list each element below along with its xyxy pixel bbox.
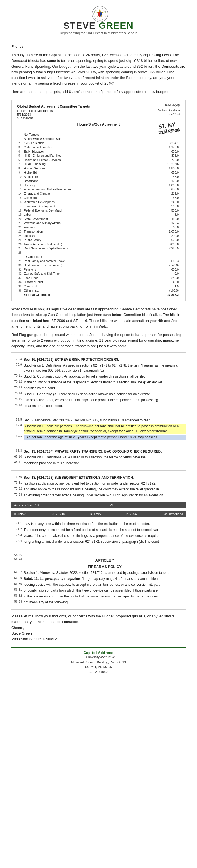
article7-num1: 56.25	[11, 553, 186, 557]
budget-row: 26 Taxes, Aids and Credits (Net) 3,000.0	[17, 242, 180, 246]
budget-row: 23 Transportation 1,075.0	[17, 229, 180, 234]
article7-subheading: 56.29 Subd. 13. Large-capacity magazine.…	[11, 576, 186, 581]
leg-row-pre2: 57.5 Sec. 2. Minnesota Statutes 2022, se…	[11, 418, 186, 423]
seal-icon	[91, 6, 106, 20]
article7-title: 56.26 ARTICLE 7	[11, 558, 186, 563]
budget-row: 13 Environment and Natural Resources 670…	[17, 187, 180, 191]
budget-row: Net Targets	[17, 132, 180, 137]
article7-intro: 56.27 Section 1. Minnesota Statutes 2022…	[11, 570, 186, 575]
budget-row: 24 Judiciary 210.0	[17, 234, 180, 238]
intro-paragraph2: Here are the spending targets, add 6 zer…	[11, 89, 186, 95]
leg-row: 74.4for granting an initial order under …	[11, 539, 186, 544]
budget-row: 25 Public Safety 600.0	[17, 238, 180, 242]
leg-row: 70.13priorities by the court.	[11, 386, 186, 391]
budget-units: $ in millions	[17, 116, 90, 120]
leg-row: 70.9Subdivision 1. Definitions. As used …	[11, 363, 186, 373]
header-name: STEVE GREEN	[11, 21, 186, 31]
closing-section: Please let me know your thoughts, or con…	[11, 614, 186, 642]
budget-row: 34 Disaster Relief 40.0	[17, 280, 180, 284]
budget-row: 14 Energy and Climate 215.0	[17, 191, 180, 195]
leg-section-1: 70.8 Sec. 16. [624.7171] EXTREME RISK PR…	[11, 357, 186, 408]
budget-row: 32 Earned Safe and Sick Time 0.0	[17, 271, 180, 276]
leg-row: 74.1may take any time within the three m…	[11, 521, 186, 526]
leg-row-title3: 65.8 Sec. 13. [624.7134] PRIVATE PARTY T…	[11, 449, 186, 454]
budget-row: 17 Economic Development 500.0	[17, 204, 180, 208]
budget-row: 31 Pensions 600.0	[17, 267, 180, 271]
budget-row: 5 HHS - Children and Families 875.0	[17, 153, 180, 158]
budget-row: 20 State Government 450.0	[17, 217, 180, 221]
budget-row: 15 Commerce 55.0	[17, 195, 180, 200]
leg-section-3: 65.8 Sec. 13. [624.7134] PRIVATE PARTY T…	[11, 449, 186, 466]
budget-row: 11 Broadband 100.0	[17, 179, 180, 183]
budget-row: 27 Debt Service and Capital Projects 2,2…	[17, 246, 180, 250]
budget-date: 5/31/2023	[17, 113, 90, 116]
revision-bar: 03/09/23 REVISOR KLL/NS 23-03376 as intr…	[11, 511, 186, 517]
budget-row: 8 Human Services 1,800.0	[17, 166, 180, 170]
budget-title: Global Budget Agreement Committee Target…	[17, 104, 90, 108]
budget-signature: Kee Agey Melissa Hodson 3/28/23	[158, 103, 180, 116]
budget-row: 33 Lead Lines 240.0	[17, 276, 180, 280]
budget-row: 2 K-12 Education 3,214.1	[17, 141, 180, 145]
budget-row: 35 Claims Bill 1.5	[17, 284, 180, 288]
leg-row: 57m(1) a person under the age of 18 21 y…	[11, 435, 186, 440]
leg-row: 70.12in the county of residence of the r…	[11, 380, 186, 385]
leg-row: 74.3years, if the court makes the same f…	[11, 533, 186, 538]
budget-row: 4 Early Education 600.0	[17, 149, 180, 153]
intro-section: Friends, It's busy up here at the Capito…	[11, 44, 186, 95]
leg-row: 73.31(a) Upon application by any party e…	[11, 481, 186, 486]
leg-row: 56.33not mean any of the following:	[11, 600, 186, 605]
leg-row-title1: 70.8 Sec. 16. [624.7171] EXTREME RISK PR…	[11, 357, 186, 362]
budget-row: 28	[17, 250, 180, 254]
budget-row: 18 Federal Economic Dev Match 500.0	[17, 208, 180, 212]
budget-row: 36 Total GF Impact 17,868.2	[17, 292, 180, 297]
article7-subtitle: FIREARMS POLICY	[11, 564, 186, 570]
leg-row: 74.2The order may be extended for a fixe…	[11, 527, 186, 532]
leg-row: 56.32in the possession or under the cont…	[11, 594, 186, 599]
budget-row: 16 Workforce Development 245.0	[17, 200, 180, 204]
footer-title: Capitol Address	[11, 651, 186, 655]
middle-text: What's worse is now, as legislative dead…	[11, 307, 186, 349]
leg-section-5: 74.1may take any time within the three m…	[11, 521, 186, 544]
budget-row: 10 Agriculture 48.0	[17, 175, 180, 179]
leg-row: 70.15risk protection order, which order …	[11, 398, 186, 403]
leg-row-title4: 73.30 Sec. 18. [624.7173] SUBSEQUENT EXT…	[11, 475, 186, 480]
budget-row: 22 Elections 10.0	[17, 225, 180, 229]
footer-address: 95 University Avenue W. Minnesota Senate…	[11, 655, 186, 675]
budget-row: 28 Other Items	[17, 254, 180, 259]
budget-row: 6 Health and Human Services 793.0	[17, 158, 180, 162]
budget-row: 3 Children and Families 1,175.0	[17, 145, 180, 149]
budget-table: FY 2023-25 Net Targets 1 Arson, Willow, …	[17, 127, 180, 297]
budget-row: 7 HCAF Financing 1,621.96	[17, 162, 180, 166]
budget-row: 9 Higher Ed 650.0	[17, 170, 180, 175]
leg-row: 70.16firearms for a fixed period.	[11, 403, 186, 408]
header-subtitle: Representing the 2nd District in Minneso…	[11, 31, 186, 35]
leg-section-4: 73.30 Sec. 18. [624.7173] SUBSEQUENT EXT…	[11, 475, 186, 498]
leg-row: 73.33an existing order granted after a h…	[11, 493, 186, 498]
greeting: Friends,	[11, 44, 186, 50]
leg-row: 65.11meanings provided in this subdivisi…	[11, 461, 186, 466]
leg-row: 56.30feeding device with the capacity to…	[11, 582, 186, 587]
leg-row: 56.31or combination of parts from which …	[11, 588, 186, 593]
budget-box: Global Budget Agreement Committee Target…	[11, 100, 186, 302]
article-bar: Article 7 Sec. 18. 73	[11, 502, 186, 508]
budget-row: 36 Other misc. (100.0)	[17, 288, 180, 292]
budget-row: 29 Paid Family and Medical Leave 668.3	[17, 259, 180, 263]
middle-para2: Red Flag gun grabs being issued with no …	[11, 332, 186, 349]
budget-subtitle: General Fund Net Targets	[17, 109, 90, 112]
page-header: STEVE GREEN Representing the 2nd Distric…	[11, 6, 186, 35]
leg-row: 70.14Subd. 3. Generally. (a) There shall…	[11, 392, 186, 397]
stamp-area: 57. NY 21MAR 23	[159, 122, 180, 134]
budget-row: 19 Labor 8.0	[17, 212, 180, 217]
leg-row: 73.32and after notice to the respondent …	[11, 487, 186, 492]
budget-row: 12 Housing 1,000.0	[17, 183, 180, 187]
leg-row: 70.11Subd. 2. Court jurisdiction. An app…	[11, 374, 186, 379]
middle-para1: What's worse is now, as legislative dead…	[11, 307, 186, 329]
article7-section: 56.25 56.26 ARTICLE 7 FIREARMS POLICY 56…	[11, 553, 186, 605]
budget-row: 30 Stadium (inc. reserve impact) (140.6)	[17, 263, 180, 267]
budget-row: 1 Arson, Willow, Omnibus Bills	[17, 136, 180, 141]
leg-row: 57.6Subdivision 1. Ineligible persons. T…	[11, 424, 186, 434]
leg-section-2: 57.5 Sec. 2. Minnesota Statutes 2022, se…	[11, 418, 186, 440]
footer: Capitol Address 95 University Avenue W. …	[11, 648, 186, 675]
budget-section-title: House/Sm/Gov Agreement	[17, 122, 180, 126]
budget-row: 21 Veterans and Military Affairs 125.4	[17, 221, 180, 225]
